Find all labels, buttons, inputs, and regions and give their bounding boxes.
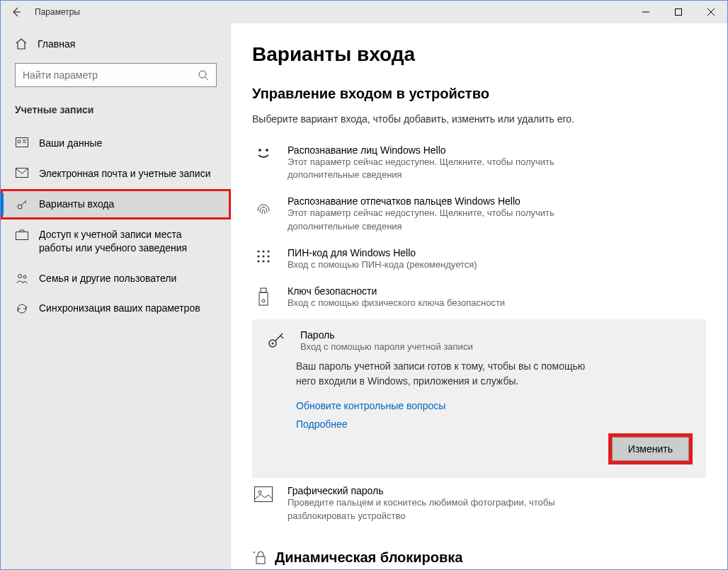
option-password[interactable]: Пароль Вход с помощью пароля учетной зап… [265,329,693,353]
sidebar-item-sync[interactable]: Синхронизация ваших параметров [1,293,231,324]
svg-point-22 [267,250,269,252]
search-input-wrap[interactable] [15,63,217,87]
face-icon [252,144,275,181]
sidebar-item-label: Синхронизация ваших параметров [39,302,200,315]
svg-point-5 [199,71,206,78]
sidebar-item-label: Электронная почта и учетные записи [39,167,210,181]
keypad-icon [252,247,275,271]
mail-icon [15,167,29,178]
option-picture-password[interactable]: Графический пароль Проведите пальцем и к… [252,478,706,529]
option-desc: Проведите пальцем и коснитесь любимой фо… [288,496,585,522]
option-desc: Вход с помощью физического ключа безопас… [288,297,505,309]
change-password-button[interactable]: Изменить [612,437,689,461]
dynamic-lock-heading: Динамическая блокировка [252,549,706,566]
svg-rect-2 [676,9,682,16]
people-icon [15,272,29,284]
sidebar-home[interactable]: Главная [1,32,231,63]
option-security-key[interactable]: Ключ безопасности Вход с помощью физичес… [252,278,706,317]
back-button[interactable] [1,1,32,23]
id-card-icon [15,137,29,147]
close-icon [707,8,715,16]
picture-icon [252,485,275,522]
sidebar-item-label: Варианты входа [39,198,114,211]
svg-line-35 [280,336,283,338]
key-icon [15,198,29,211]
svg-point-26 [257,260,259,262]
svg-point-27 [262,260,264,262]
svg-rect-15 [16,232,28,239]
option-pin[interactable]: ПИН-код для Windows Hello Вход с помощью… [252,240,706,278]
option-desc: Вход с помощью пароля учетной записи [300,341,473,353]
option-title: Распознавание лиц Windows Hello [288,144,585,156]
page-title: Варианты входа [252,43,706,66]
briefcase-icon [15,228,29,240]
option-desc: Этот параметр сейчас недоступен. Щелкнит… [288,207,585,232]
arrow-left-icon [11,6,22,18]
sidebar-section-header: Учетные записи [1,104,231,128]
section-title: Управление входом в устройство [252,86,706,102]
search-icon [198,69,209,81]
option-face[interactable]: Распознавание лиц Windows Hello Этот пар… [252,137,706,188]
sidebar-item-label: Ваши данные [39,137,102,150]
option-fingerprint[interactable]: Распознавание отпечатков пальцев Windows… [252,188,706,239]
maximize-icon [675,8,682,16]
svg-point-8 [18,140,21,143]
option-desc: Вход с помощью ПИН-кода (рекомендуется) [288,258,477,271]
close-button[interactable] [695,1,727,23]
svg-point-31 [262,300,265,302]
section-subtitle: Выберите вариант входа, чтобы добавить, … [252,113,706,125]
password-note: Ваш пароль учетной записи готов к тому, … [296,359,593,389]
usb-key-icon [252,285,275,309]
maximize-button[interactable] [662,1,695,23]
sidebar-item-work-access[interactable]: Доступ к учетной записи места работы или… [1,220,231,263]
sidebar-item-signin-options[interactable]: Варианты входа [1,189,231,220]
svg-point-21 [262,250,264,252]
dynamic-lock-label: Динамическая блокировка [275,549,462,566]
key-icon [265,329,288,353]
sync-icon [15,302,29,315]
svg-point-18 [258,149,261,152]
sidebar-item-label: Семья и другие пользователи [39,272,176,285]
sidebar-home-label: Главная [38,38,75,50]
svg-point-19 [266,149,268,152]
svg-point-33 [272,343,274,345]
option-title: Распознавание отпечатков пальцев Windows… [288,195,585,207]
svg-point-25 [267,255,269,257]
minimize-button[interactable] [630,1,662,23]
svg-point-23 [257,255,259,257]
fingerprint-icon [252,195,275,232]
svg-point-24 [262,255,264,257]
window-title: Параметры [35,7,80,17]
minimize-icon [642,8,649,16]
content-area: Варианты входа Управление входом в устро… [231,23,727,569]
option-title: Ключ безопасности [288,285,505,297]
option-title: ПИН-код для Windows Hello [288,247,477,258]
svg-point-16 [18,274,22,278]
lock-sparkle-icon [252,549,268,565]
svg-line-14 [25,202,26,203]
learn-more-link[interactable]: Подробнее [296,418,693,430]
sidebar-item-family[interactable]: Семья и другие пользователи [1,263,231,294]
svg-point-28 [267,260,269,262]
svg-rect-11 [16,168,28,177]
option-desc: Этот параметр сейчас недоступен. Щелкнит… [288,156,585,181]
update-questions-link[interactable]: Обновите контрольные вопросы [296,400,693,411]
sidebar-item-your-info[interactable]: Ваши данные [1,128,231,159]
svg-point-17 [23,275,26,278]
svg-rect-29 [259,292,268,305]
svg-rect-30 [261,288,266,292]
svg-rect-36 [255,487,273,502]
option-password-expanded: Пароль Вход с помощью пароля учетной зап… [252,319,706,478]
sidebar-item-email[interactable]: Электронная почта и учетные записи [1,159,231,189]
sidebar-item-label: Доступ к учетной записи места работы или… [39,228,217,255]
svg-point-20 [257,250,259,252]
change-button-highlight: Изменить [612,437,689,461]
titlebar: Параметры [1,1,727,23]
svg-line-6 [205,77,208,80]
home-icon [15,38,28,50]
search-input[interactable] [23,69,198,81]
option-title: Пароль [300,329,473,341]
svg-point-37 [258,491,261,494]
svg-rect-38 [256,557,265,564]
sidebar: Главная Учетные записи Ваши данные Элект… [1,23,231,569]
